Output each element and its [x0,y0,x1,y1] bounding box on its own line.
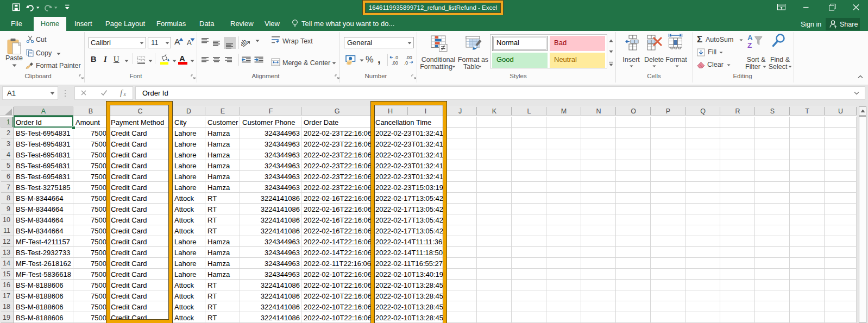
svg-text:.00: .00 [392,60,398,66]
svg-text:.00: .00 [406,55,412,60]
svg-text:x: x [123,91,127,97]
svg-text:.0: .0 [404,60,408,66]
svg-text:f: f [120,88,123,97]
svg-text:.0: .0 [394,55,398,60]
svg-text:A: A [747,34,753,42]
svg-text:Z: Z [747,41,752,49]
